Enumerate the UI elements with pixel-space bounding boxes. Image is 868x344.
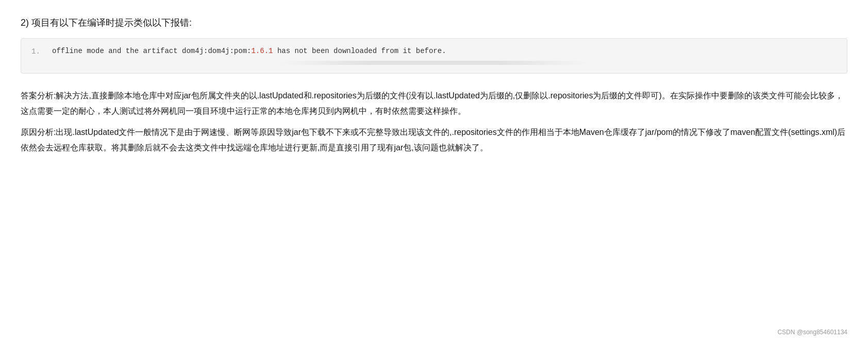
code-block: 1. offline mode and the artifact dom4j:d…	[21, 38, 847, 74]
footer-attribution: CSDN @song854601134	[777, 329, 847, 336]
code-text: offline mode and the artifact dom4j:dom4…	[52, 47, 446, 55]
code-line-1: 1. offline mode and the artifact dom4j:d…	[31, 47, 837, 56]
body-paragraph-1: 答案分析:解决方法,直接删除本地仓库中对应jar包所属文件夹的以.lastUpd…	[21, 88, 847, 118]
code-version: 1.6.1	[251, 47, 273, 55]
code-text-normal-1: offline mode and the artifact dom4j:dom4…	[52, 47, 251, 55]
line-number: 1.	[31, 47, 42, 56]
code-text-normal-2: has not been downloaded from it before.	[273, 47, 446, 55]
body-paragraph-2: 原因分析:出现.lastUpdated文件一般情况下是由于网速慢、断网等原因导致…	[21, 125, 847, 155]
scrollbar[interactable]	[279, 61, 589, 65]
page-heading: 2) 项目有以下在编译时提示类似以下报错:	[21, 16, 847, 29]
